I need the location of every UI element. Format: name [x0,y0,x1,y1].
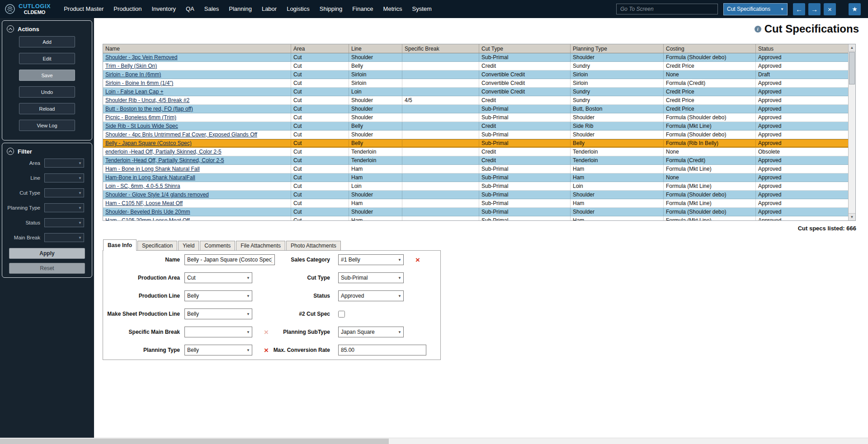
table-row[interactable]: Trim - Belly (Skin On)CutBellyCreditSund… [103,62,848,70]
scroll-up-button[interactable]: ▲ [849,44,855,51]
cut-spec-link[interactable]: Ham - C105 20mm Loose Meat Off [105,217,190,220]
filter-panel-header[interactable]: Filter [2,146,92,159]
planning-type-select[interactable]: Belly ▼ [184,345,252,355]
filter-area-select[interactable]: ▼ [44,159,84,168]
cut-type-select[interactable]: Sub-Primal ▼ [338,272,404,283]
filter-status-select[interactable]: ▼ [44,218,84,227]
cut-spec-link[interactable]: Side Rib - St Louis Wide Spec [105,123,178,129]
table-row[interactable]: Sirloin - Boine In 6mm (1/4")CutSirloinC… [103,79,848,88]
menu-item-finance[interactable]: Finance [347,0,378,18]
apply-filter-button[interactable]: Apply [9,248,85,259]
filter-cut-type-select[interactable]: ▼ [44,188,84,197]
forward-button[interactable]: → [808,3,821,15]
favorite-button[interactable]: ★ [849,3,861,15]
cut-spec-link[interactable]: Trim - Belly (Skin On) [105,63,157,69]
close-screen-button[interactable]: × [824,3,836,15]
filter-line-select[interactable]: ▼ [44,173,84,182]
specific-main-break-select[interactable]: ▼ [184,327,252,337]
cut-spec-link[interactable]: Shoulder - Glove Style 1/4 glands remove… [105,192,209,198]
action-view-log-button[interactable]: View Log [19,120,75,131]
table-row[interactable]: Ham - C105 20mm Loose Meat OffCutHamSub-… [103,216,848,220]
table-row[interactable]: Butt - Boston to the red, FO (flap off)C… [103,105,848,113]
tab-photo-attachments[interactable]: Photo Attachments [286,241,341,250]
cut-spec-link[interactable]: Ham - C105 NF, Loose Meat Off [105,200,183,206]
menu-item-planning[interactable]: Planning [224,0,257,18]
table-row[interactable]: Shoulder Rib - Uncut, 4/5 Break #2CutSho… [103,96,848,105]
column-header-planning-type[interactable]: Planning Type [571,44,664,53]
tab-comments[interactable]: Comments [200,241,235,250]
column-header-costing[interactable]: Costing [664,44,756,53]
cut-spec-link[interactable]: enderloin -Head Off, Partially Skinned, … [105,149,222,155]
page-horizontal-scrollbar[interactable] [0,438,868,444]
menu-item-sales[interactable]: Sales [199,0,224,18]
grid-vertical-scrollbar[interactable]: ▲ ▼ [848,44,855,220]
menu-item-system[interactable]: System [407,0,436,18]
column-header-status[interactable]: Status [756,44,848,53]
column-header-specific-break[interactable]: Specific Break [402,44,479,53]
column-header-area[interactable]: Area [291,44,349,53]
go-to-screen-input[interactable] [616,4,718,14]
cut-spec-link[interactable]: Ham - Bone in Long Shank Natural Fall [105,166,200,172]
clear-specific-main-break-button[interactable]: × [264,328,269,336]
table-row[interactable]: Tenderloin -Head Off, Partially Skinned,… [103,156,848,165]
menu-item-product-master[interactable]: Product Master [59,0,108,18]
filter-planning-type-select[interactable]: ▼ [44,203,84,212]
make-sheet-production-line-select[interactable]: Belly ▼ [184,308,252,319]
name-input[interactable] [184,254,275,265]
menu-item-shipping[interactable]: Shipping [315,0,348,18]
cut-spec-link[interactable]: Picnic - Boneless 6mm (Trim) [105,114,176,121]
cut-spec-link[interactable]: Butt - Boston to the red, FO (flap off) [105,106,193,112]
production-area-select[interactable]: Cut ▼ [184,272,252,283]
cut-spec-link[interactable]: Sirloin - Boine In 6mm (1/4") [105,80,173,86]
max-conversion-rate-input[interactable] [338,345,426,355]
planning-subtype-select[interactable]: Japan Square ▼ [338,327,404,337]
table-row[interactable]: Sirloin - Bone In (6mm)CutSirloinConvert… [103,70,848,79]
table-row[interactable]: Loin - SC, 6mm, 4.0-5.5 ShinraCutLoinSub… [103,182,848,191]
status-select[interactable]: Approved ▼ [338,290,404,301]
clear-sales-category-button[interactable]: × [415,256,420,264]
tab-specification[interactable]: Specification [137,241,177,250]
table-row[interactable]: Shoulder - 3pc Vein RemovedCutShoulderSu… [103,53,848,62]
scroll-down-button[interactable]: ▼ [849,213,855,220]
cut-spec-link[interactable]: Loin - False Lean Cap + [105,89,163,95]
cut-spec-link[interactable]: Shoulder - 4pc Bnls Untrimmed Fat Cover,… [105,131,257,138]
table-row[interactable]: Belly - Japan Square (Costco Spec)CutBel… [103,139,848,148]
action-add-button[interactable]: Add [19,36,75,47]
menu-item-logistics[interactable]: Logistics [282,0,315,18]
action-undo-button[interactable]: Undo [19,86,75,98]
menu-item-inventory[interactable]: Inventory [146,0,180,18]
cut-spec-link[interactable]: Shoulder- Beveled Bnls Ude 20mm [105,209,190,215]
table-row[interactable]: Shoulder - Glove Style 1/4 glands remove… [103,191,848,199]
action-reload-button[interactable]: Reload [19,103,75,114]
clear-planning-type-button[interactable]: × [264,346,269,354]
sales-category-select[interactable]: #1 Belly ▼ [338,254,404,265]
production-line-select[interactable]: Belly ▼ [184,290,252,301]
menu-item-production[interactable]: Production [108,0,146,18]
cut-spec-link[interactable]: Shoulder - 3pc Vein Removed [105,54,177,61]
table-row[interactable]: Shoulder - 4pc Bnls Untrimmed Fat Cover,… [103,131,848,139]
cut-spec-2-checkbox[interactable] [338,311,345,318]
column-header-line[interactable]: Line [349,44,402,53]
scroll-thumb[interactable] [849,52,855,84]
cut-spec-link[interactable]: Belly - Japan Square (Costco Spec) [105,140,192,146]
action-save-button[interactable]: Save [19,70,75,81]
cut-spec-link[interactable]: Shoulder Rib - Uncut, 4/5 Break #2 [105,97,189,103]
table-row[interactable]: Ham-Bone in Long Shank NaturalFallCutHam… [103,173,848,182]
back-button[interactable]: ← [793,3,805,15]
screen-selector-dropdown[interactable]: Cut Specifications ▼ [723,3,788,15]
table-row[interactable]: Picnic - Boneless 6mm (Trim)CutShoulderS… [103,113,848,122]
action-edit-button[interactable]: Edit [19,53,75,64]
table-row[interactable]: Ham - C105 NF, Loose Meat OffCutHamSub-P… [103,199,848,208]
column-header-name[interactable]: Name [103,44,291,53]
filter-main-break-select[interactable]: ▼ [44,233,84,242]
menu-item-metrics[interactable]: Metrics [378,0,407,18]
tab-yield[interactable]: Yield [178,241,199,250]
table-row[interactable]: Shoulder- Beveled Bnls Ude 20mmCutShould… [103,208,848,216]
reset-filter-button[interactable]: Reset [9,263,85,274]
tab-base-info[interactable]: Base Info [103,239,137,251]
cut-spec-link[interactable]: Tenderloin -Head Off, Partially Skinned,… [105,157,224,164]
cut-spec-link[interactable]: Ham-Bone in Long Shank NaturalFall [105,174,195,181]
table-row[interactable]: Ham - Bone in Long Shank Natural FallCut… [103,165,848,173]
actions-panel-header[interactable]: Actions [2,23,92,36]
table-row[interactable]: Loin - False Lean Cap +CutLoinConvertibl… [103,88,848,96]
